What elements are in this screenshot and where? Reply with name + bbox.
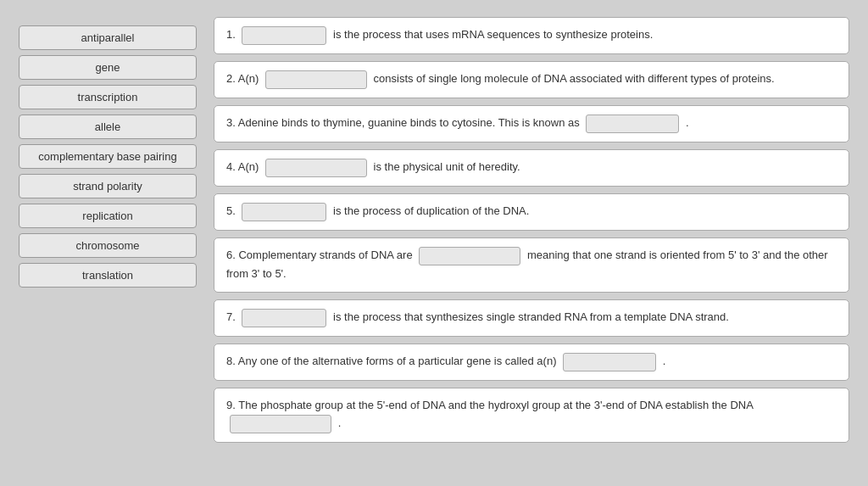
q6-answer[interactable]: [419, 247, 520, 265]
sidebar-item-transcription[interactable]: transcription: [19, 85, 197, 109]
question-9: 9. The phosphate group at the 5'-end of …: [214, 388, 849, 443]
questions-panel: 1. is the process that uses mRNA sequenc…: [214, 17, 849, 443]
sidebar-item-gene[interactable]: gene: [19, 55, 197, 80]
q5-text: is the process of duplication of the DNA…: [333, 204, 529, 217]
q9-answer[interactable]: [230, 415, 331, 433]
q7-number: 7.: [226, 310, 236, 323]
q1-text: is the process that uses mRNA sequences …: [333, 28, 653, 41]
q3-answer[interactable]: [586, 115, 679, 133]
q9-text-before: 9. The phosphate group at the 5'-end of …: [226, 399, 753, 411]
q9-text-after: .: [338, 416, 342, 429]
q1-number: 1.: [226, 28, 236, 41]
q4-answer[interactable]: [265, 159, 367, 177]
question-7: 7. is the process that synthesizes singl…: [214, 299, 849, 337]
question-6: 6. Complementary strands of DNA are mean…: [214, 237, 849, 293]
sidebar-item-chromosome[interactable]: chromosome: [19, 233, 197, 258]
question-1: 1. is the process that uses mRNA sequenc…: [214, 17, 849, 54]
q4-number: 4. A(n): [226, 160, 259, 173]
question-2: 2. A(n) consists of single long molecule…: [214, 61, 849, 98]
sidebar-item-strand-polarity[interactable]: strand polarity: [19, 174, 197, 198]
q2-text: consists of single long molecule of DNA …: [374, 72, 775, 85]
q2-answer[interactable]: [265, 70, 367, 89]
question-8: 8. Any one of the alternative forms of a…: [214, 344, 849, 381]
q5-answer[interactable]: [242, 203, 326, 221]
sidebar-item-translation[interactable]: translation: [19, 263, 197, 288]
q4-text: is the physical unit of heredity.: [374, 160, 520, 173]
q8-text-after: .: [663, 355, 666, 367]
q7-answer[interactable]: [242, 309, 326, 327]
question-5: 5. is the process of duplication of the …: [214, 193, 849, 231]
q8-answer[interactable]: [563, 353, 656, 371]
sidebar-item-complementary-base-pairing[interactable]: complementary base pairing: [19, 144, 197, 169]
q7-text: is the process that synthesizes single s…: [333, 310, 729, 323]
main-container: antiparallel gene transcription allele c…: [19, 17, 849, 443]
question-3: 3. Adenine binds to thymine, guanine bin…: [214, 105, 849, 142]
sidebar-item-replication[interactable]: replication: [19, 204, 197, 228]
q1-answer[interactable]: [242, 26, 326, 45]
sidebar: antiparallel gene transcription allele c…: [19, 17, 197, 443]
q6-text-before: 6. Complementary strands of DNA are: [226, 249, 413, 261]
question-4: 4. A(n) is the physical unit of heredity…: [214, 149, 849, 187]
q2-number: 2. A(n): [226, 72, 259, 85]
sidebar-item-antiparallel[interactable]: antiparallel: [19, 25, 197, 50]
q5-number: 5.: [226, 204, 236, 217]
q3-text-before: 3. Adenine binds to thymine, guanine bin…: [226, 116, 580, 129]
sidebar-item-allele[interactable]: allele: [19, 115, 197, 139]
q8-text-before: 8. Any one of the alternative forms of a…: [226, 355, 557, 367]
q3-text-after: .: [686, 116, 689, 129]
